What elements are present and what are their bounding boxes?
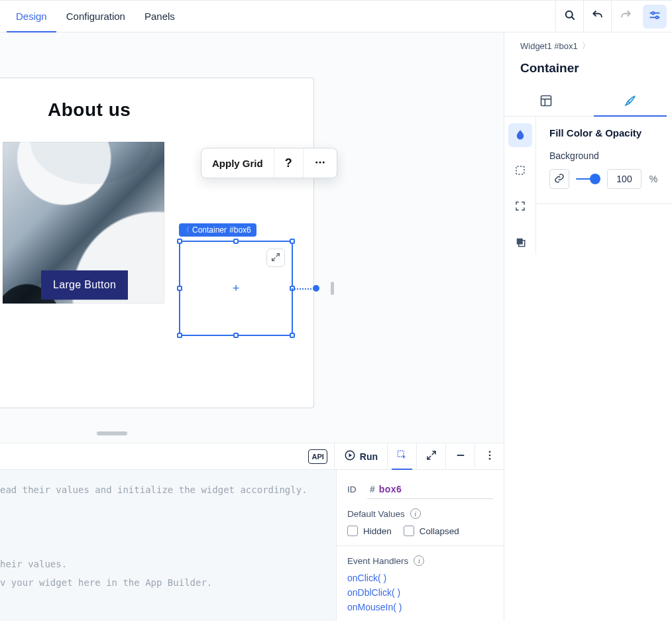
opacity-input[interactable]: 100 xyxy=(607,169,642,189)
svg-point-19 xyxy=(488,455,490,457)
selection-badge-id: #box6 xyxy=(229,225,251,235)
api-button[interactable]: API xyxy=(308,449,327,464)
resize-handle-b[interactable] xyxy=(233,333,239,338)
event-handlers-list: onClick( ) onDblClick( ) onMouseIn( ) xyxy=(347,573,493,612)
id-value: box6 xyxy=(379,484,402,494)
breadcrumb[interactable]: Widget1 #box1 〉 xyxy=(504,32,672,52)
toggle-settings-button[interactable] xyxy=(643,5,667,28)
panel-resize-handle[interactable] xyxy=(97,431,127,435)
rail-border-button[interactable] xyxy=(508,159,532,183)
breadcrumb-text: Widget1 #box1 xyxy=(520,41,578,51)
snap-guide xyxy=(292,288,314,290)
id-input[interactable]: # box6 xyxy=(367,479,493,499)
layout-icon xyxy=(539,94,553,109)
snap-anchor[interactable] xyxy=(313,285,319,292)
sliders-icon xyxy=(648,9,661,24)
svg-line-1 xyxy=(571,17,574,20)
inspector-tab-style[interactable] xyxy=(588,87,673,116)
redo-button[interactable] xyxy=(611,1,639,32)
minimize-panel-button[interactable] xyxy=(445,443,475,469)
inspector-title: Container xyxy=(504,52,672,87)
large-button[interactable]: Large Button xyxy=(41,270,128,300)
apply-grid-label: Apply Grid xyxy=(212,158,263,169)
slider-thumb[interactable] xyxy=(590,174,600,184)
help-button[interactable]: ? xyxy=(274,148,303,178)
properties-panel: ID # box6 Default Values i Hidden Collap… xyxy=(337,470,504,621)
hidden-checkbox[interactable]: Hidden xyxy=(347,526,392,536)
handler-onmousein[interactable]: onMouseIn( ) xyxy=(347,602,493,612)
code-line: v your widget here in the App Builder. xyxy=(0,577,212,588)
large-button-label: Large Button xyxy=(53,279,116,290)
svg-point-18 xyxy=(488,451,490,453)
resize-handle-br[interactable] xyxy=(290,333,295,338)
selected-container[interactable]: 〈 Container #box6 + xyxy=(179,241,293,336)
selection-toolbar: Apply Grid ? xyxy=(201,148,337,178)
svg-point-6 xyxy=(315,161,317,163)
selection-box[interactable]: + xyxy=(179,241,293,336)
resize-handle-t[interactable] xyxy=(233,239,239,244)
fill-section: Fill Color & Opacity Background 100 % xyxy=(536,117,672,254)
tab-design[interactable]: Design xyxy=(7,1,57,32)
search-icon xyxy=(563,9,577,24)
inspector-tabs xyxy=(504,87,672,117)
rail-fill-button[interactable] xyxy=(508,123,532,147)
redo-icon xyxy=(619,9,632,24)
undo-button[interactable] xyxy=(583,1,611,32)
handler-ondblclick[interactable]: onDblClick( ) xyxy=(347,587,493,598)
search-button[interactable] xyxy=(555,1,583,32)
undo-icon xyxy=(591,9,604,24)
api-label: API xyxy=(311,453,323,461)
expand-panel-button[interactable] xyxy=(416,443,445,469)
resize-handle-tl[interactable] xyxy=(177,239,182,244)
tab-panels[interactable]: Panels xyxy=(135,1,185,32)
id-hash: # xyxy=(370,484,375,494)
resize-handle-bl[interactable] xyxy=(177,333,182,338)
code-line: ead their values and initialize the widg… xyxy=(0,484,308,495)
add-icon[interactable]: + xyxy=(233,282,240,294)
opacity-slider[interactable] xyxy=(576,169,600,189)
info-icon[interactable]: i xyxy=(414,555,424,566)
svg-rect-13 xyxy=(516,238,522,244)
main-tabs: Design Configuration Panels xyxy=(7,1,185,32)
design-canvas[interactable]: About us Large Button 〈 Container #box6 … xyxy=(0,32,504,443)
svg-rect-9 xyxy=(541,96,551,106)
link-color-button[interactable] xyxy=(549,169,569,189)
shadow-icon xyxy=(514,236,526,250)
rail-corners-button[interactable] xyxy=(508,195,532,219)
more-icon xyxy=(314,156,326,170)
play-icon xyxy=(344,449,356,463)
run-button[interactable]: Run xyxy=(334,443,387,469)
select-mode-button[interactable] xyxy=(387,443,416,469)
artboard[interactable]: About us Large Button 〈 Container #box6 … xyxy=(0,78,314,408)
apply-grid-button[interactable]: Apply Grid xyxy=(201,148,274,178)
run-label: Run xyxy=(360,451,378,462)
resize-handle-l[interactable] xyxy=(177,286,182,291)
inspector-tab-layout[interactable] xyxy=(504,87,588,116)
resize-handle-tr[interactable] xyxy=(290,239,295,244)
help-icon: ? xyxy=(285,156,292,170)
selection-badge[interactable]: 〈 Container #box6 xyxy=(179,223,256,237)
expand-button[interactable] xyxy=(266,249,285,267)
svg-rect-12 xyxy=(516,166,524,174)
handler-label: onClick( ) xyxy=(347,573,386,583)
brush-icon xyxy=(624,94,637,109)
collapsed-checkbox[interactable]: Collapsed xyxy=(404,526,459,536)
code-editor[interactable]: ead their values and initialize the widg… xyxy=(0,470,337,621)
tab-configuration[interactable]: Configuration xyxy=(57,1,135,32)
info-icon[interactable]: i xyxy=(410,508,421,519)
selection-badge-type: Container xyxy=(192,225,227,235)
handler-onclick[interactable]: onClick( ) xyxy=(347,573,493,583)
hidden-label: Hidden xyxy=(363,526,392,536)
rail-shadow-button[interactable] xyxy=(508,231,532,254)
checkbox-box xyxy=(347,526,358,536)
default-values-label: Default Values xyxy=(347,509,405,519)
more-vertical-icon xyxy=(484,449,496,463)
background-label: Background xyxy=(549,150,659,161)
corners-icon xyxy=(514,200,526,214)
link-icon xyxy=(554,173,565,186)
panel-more-button[interactable] xyxy=(475,443,504,469)
svg-point-5 xyxy=(656,17,659,19)
more-actions-button[interactable] xyxy=(304,148,337,178)
svg-point-7 xyxy=(319,161,321,163)
opacity-unit: % xyxy=(648,174,659,184)
